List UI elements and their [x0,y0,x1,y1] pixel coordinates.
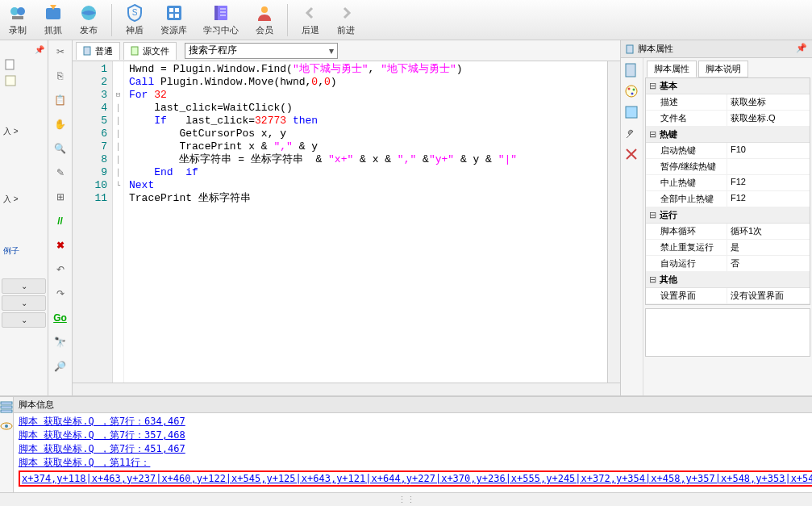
puzzle-icon[interactable] [624,105,639,119]
doc-icon [626,44,635,54]
section-run[interactable]: ⊟运行 [646,207,810,224]
prop-row[interactable]: 脚本循环循环1次 [646,224,810,240]
svg-rect-30 [1,410,12,412]
binoculars-icon[interactable]: 🔭 [52,334,69,350]
script-info-panel: 脚本信息 ✖ 脚本 获取坐标.Q ，第7行：634,467 脚本 获取坐标.Q … [0,395,812,492]
prop-row[interactable]: 中止热键F12 [646,175,810,191]
section-hotkey[interactable]: ⊟热键 [646,127,810,143]
svg-rect-10 [175,14,179,18]
record-icon [8,3,27,23]
grab-label: 抓抓 [44,24,62,36]
tab-script-desc[interactable]: 脚本说明 [698,61,748,77]
tab-normal[interactable]: 普通 [76,42,120,60]
undo-icon[interactable]: ↶ [52,261,69,278]
vertical-scrollbar[interactable] [607,61,620,383]
svg-point-16 [261,6,268,13]
svg-rect-18 [6,76,15,86]
record-button[interactable]: 录制 [3,2,32,38]
example-link[interactable]: 例子 [2,243,46,259]
annotate-icon[interactable]: ✎ [52,165,69,181]
props-description-box [645,308,810,357]
info-title: 脚本信息 [19,399,54,411]
info-line[interactable]: 脚本 获取坐标.Q ，第11行： [19,456,812,470]
member-icon [255,3,274,23]
find-icon[interactable]: 🔎 [52,358,69,374]
hand-icon[interactable]: ✋ [52,116,69,132]
svg-rect-9 [169,14,173,18]
info-line[interactable]: 脚本 获取坐标.Q ，第7行：357,468 [19,429,812,442]
code-text[interactable]: Hwnd = Plugin.Window.Find("地下城与勇士", "地下城… [124,61,607,383]
reslib-button[interactable]: 资源库 [156,2,192,38]
doc-icon[interactable] [624,63,639,77]
unsplit-icon[interactable]: ✖ [52,237,69,253]
paste-icon[interactable]: 📋 [52,92,69,108]
fold-column: ⊟││││││└ [113,61,124,383]
reslib-label: 资源库 [160,24,187,36]
back-button[interactable]: 后退 [296,2,325,38]
dropdown-icon: ▾ [329,45,334,56]
pin-icon[interactable]: 📌 [2,44,46,56]
svg-point-26 [631,93,634,95]
prop-row[interactable]: 启动热键F10 [646,143,810,159]
wrench-icon[interactable] [624,126,639,140]
properties-panel: 脚本属性 📌 脚本属性 脚本说明 ⊟基本 描述获取坐标 文件名获取坐标.Q [620,40,812,395]
main-area: 📌 入 > 入 > 例子 ⌄ ⌄ ⌄ ✂ ⎘ 📋 ✋ 🔍 ✎ ⊞ // ✖ ↶ … [0,40,812,395]
prop-row[interactable]: 描述获取坐标 [646,94,810,111]
grab-button[interactable]: 抓抓 [39,2,68,38]
learn-button[interactable]: 学习中心 [198,2,244,38]
insert-item[interactable]: 入 > [2,123,46,140]
props-header: 脚本属性 📌 [621,40,812,58]
member-button[interactable]: 会员 [250,2,279,38]
insert-item[interactable]: 入 > [2,191,46,207]
svg-rect-20 [131,47,138,55]
svg-text:S: S [132,8,138,17]
redo-icon[interactable]: ↷ [52,286,69,302]
tab-script-props[interactable]: 脚本属性 [647,61,697,77]
prop-row[interactable]: 设置界面没有设置界面 [646,288,810,304]
record-label: 录制 [9,24,27,36]
prop-row[interactable]: 文件名获取坐标.Q [646,111,810,127]
prop-row[interactable]: 禁止重复运行是 [646,240,810,256]
svg-point-25 [633,89,635,91]
section-other[interactable]: ⊟其他 [646,272,810,288]
list-icon[interactable] [0,400,13,413]
publish-button[interactable]: 发布 [74,2,103,38]
info-coords-line[interactable]: x+374,y+118|x+463,y+237|x+460,y+122|x+54… [22,473,812,484]
prop-row[interactable]: 暂停/继续热键 [646,159,810,175]
horizontal-scrollbar[interactable] [73,383,620,395]
code-editor[interactable]: 1234567891011 ⊟││││││└ Hwnd = Plugin.Win… [73,61,620,383]
down-chevron[interactable]: ⌄ [2,312,46,328]
prop-row[interactable]: 全部中止热键F12 [646,191,810,207]
info-line[interactable]: 脚本 获取坐标.Q ，第7行：451,467 [19,442,812,456]
copy-icon[interactable]: ⎘ [52,68,69,84]
forward-icon [336,3,356,23]
status-bar: ⋮⋮ [0,492,812,506]
section-basic[interactable]: ⊟基本 [646,78,810,94]
palette-icon[interactable] [624,84,639,98]
zoom-icon[interactable]: 🔍 [52,140,69,157]
pin-icon[interactable]: 📌 [796,43,807,55]
go-icon[interactable]: Go [52,310,69,326]
nav-icon[interactable]: ⊞ [52,189,69,205]
tools-icon[interactable] [624,147,639,161]
prop-row[interactable]: 自动运行否 [646,256,810,272]
svg-rect-21 [627,45,633,53]
tab-source[interactable]: 源文件 [123,42,177,60]
eye-icon[interactable] [0,420,13,433]
back-icon [301,3,320,23]
svg-rect-27 [626,107,637,118]
cut-icon[interactable]: ✂ [52,44,69,60]
forward-button[interactable]: 前进 [331,2,360,38]
down-chevron[interactable]: ⌄ [2,278,46,294]
shield-button[interactable]: S 神盾 [120,2,149,38]
split-icon[interactable]: // [52,213,69,229]
search-combo[interactable]: 搜索子程序 ▾ [185,43,338,59]
svg-rect-6 [167,6,181,20]
main-toolbar: 录制 抓抓 发布 S 神盾 资源库 学习中心 会员 后退 前进 [0,0,812,40]
doc-icon [5,59,16,70]
down-chevron[interactable]: ⌄ [2,295,46,311]
info-line[interactable]: 脚本 获取坐标.Q ，第7行：634,467 [19,415,812,429]
toolbar-separator [111,4,112,36]
toolbar-separator [287,4,288,36]
svg-rect-28 [1,402,12,404]
